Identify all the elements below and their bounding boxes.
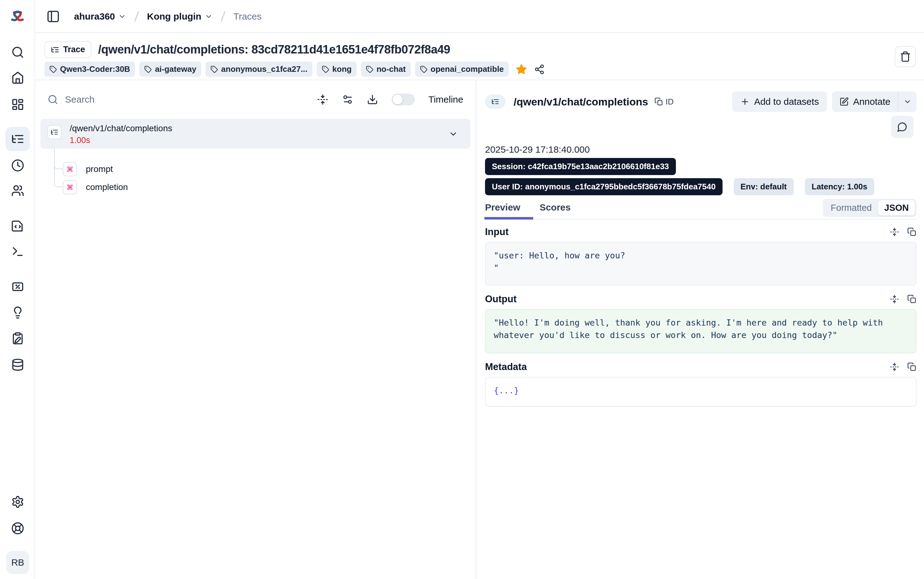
sidebar-item-support[interactable] [9,519,27,537]
breadcrumb-section[interactable]: Traces [233,11,262,22]
sidebar-item-tracing[interactable] [9,130,27,148]
tree-node-completion[interactable]: completion [63,178,128,196]
format-option-json[interactable]: JSON [878,200,915,216]
tag-chip[interactable]: openai_compatible [415,62,509,77]
search-icon [47,94,58,105]
database-icon [11,358,24,371]
trace-type-chip [485,95,506,109]
home-icon [11,71,24,84]
tree-root-latency: 1.00s [70,136,172,145]
copy-icon[interactable] [907,294,917,304]
delete-trace-button[interactable] [895,46,916,67]
metadata-section-title: Metadata [485,361,527,373]
search-icon [11,46,24,59]
sidebar-item-users[interactable] [9,182,27,200]
tag-chip[interactable]: Qwen3-Coder:30B [44,62,135,77]
sidebar-item-dashboards[interactable] [9,95,27,113]
annotate-split-button: Annotate [832,92,917,112]
tag-icon [366,65,374,73]
add-to-datasets-button[interactable]: Add to datasets [732,92,827,112]
collapse-section-button[interactable] [890,362,899,371]
share-button[interactable] [534,64,545,75]
event-pinwheel-icon [63,180,77,195]
tree-root-node[interactable]: /qwen/v1/chat/completions 1.00s [41,119,470,149]
project-name: Kong plugin [147,11,201,22]
tree-search[interactable]: Search [47,94,317,105]
top-bar: ahura360 Kong plugin Traces [0,0,924,33]
sidebar-item-search[interactable] [9,43,27,61]
latency-badge: Latency: 1.00s [805,178,874,195]
gear-icon [11,496,24,509]
tree-node-prompt[interactable]: prompt [63,160,113,178]
tag-icon [322,65,329,73]
event-pinwheel-icon [63,162,77,176]
metadata-content[interactable]: {...} [485,377,917,407]
annotate-button[interactable]: Annotate [832,92,898,112]
view-settings-button[interactable] [342,94,353,105]
tag-icon [420,65,428,73]
timeline-toggle[interactable] [392,93,415,105]
side-rail: RB [0,0,35,579]
terminal-icon [11,245,24,258]
sidebar-item-evaluations[interactable] [9,278,27,296]
download-button[interactable] [367,94,378,105]
sidebar-item-insights[interactable] [9,304,27,322]
format-option-formatted[interactable]: Formatted [824,200,878,216]
comments-button[interactable] [891,116,913,138]
breadcrumb-project[interactable]: Kong plugin [147,11,213,22]
trace-tree: /qwen/v1/chat/completions 1.00s prompt [41,119,470,149]
session-badge[interactable]: Session: c42fca19b75e13aac2b2106610f81e3… [485,158,676,175]
chevron-down-icon [903,98,912,106]
clipboard-pen-icon [11,332,24,345]
sidebar-item-settings[interactable] [9,493,27,511]
input-section-title: Input [485,226,509,237]
app-logo[interactable] [9,9,26,24]
id-label: ID [666,97,674,107]
tag-icon [211,65,218,73]
trace-node-icon [47,125,62,139]
tag-chip[interactable]: ai-gateway [139,62,201,77]
tab-scores[interactable]: Scores [539,202,572,219]
breadcrumb-workspace[interactable]: ahura360 [74,11,126,22]
share-icon [534,64,545,75]
tag-label: Qwen3-Coder:30B [60,64,130,74]
detail-tabs: Preview Scores Formatted JSON [485,200,917,219]
tree-connector [54,149,63,187]
sidebar-item-prompts[interactable] [9,217,27,235]
sidebar-item-sessions[interactable] [9,156,27,175]
sidebar-item-datasets[interactable] [9,356,27,374]
tag-chip[interactable]: kong [317,62,357,77]
tab-preview[interactable]: Preview [485,202,522,219]
tag-label: openai_compatible [431,64,504,74]
add-to-datasets-label: Add to datasets [754,96,819,107]
clock-icon [11,159,24,172]
plus-icon [740,97,749,106]
bookmark-star-button[interactable] [516,64,527,75]
trace-timestamp: 2025-10-29 17:18:40.000 [485,144,917,155]
copy-id-button[interactable]: ID [655,97,674,107]
collapse-section-button[interactable] [890,227,899,237]
chevron-down-icon[interactable] [449,129,458,139]
copy-icon[interactable] [907,227,917,237]
user-avatar[interactable]: RB [6,551,29,574]
workspace-name: ahura360 [74,11,115,22]
copy-icon[interactable] [907,362,917,371]
sidebar-item-home[interactable] [9,69,27,87]
sidebar-item-playground[interactable] [9,242,27,260]
annotate-menu-button[interactable] [898,92,917,112]
breadcrumb-separator [134,11,139,22]
output-content: "Hello! I'm doing well, thank you for as… [485,309,917,353]
tag-label: ai-gateway [155,64,196,74]
collapse-section-button[interactable] [890,294,899,304]
sidebar-toggle-button[interactable] [46,9,60,24]
sidebar-item-annotations[interactable] [9,329,27,347]
annotate-label: Annotate [853,96,890,107]
percent-card-icon [11,280,24,293]
input-content: "user: Hello, how are you? " [485,242,917,285]
tag-chip[interactable]: anonymous_c1fca27... [206,62,312,77]
collapse-all-button[interactable] [317,94,328,105]
dashboards-icon [11,98,24,111]
tag-chip[interactable]: no-chat [361,62,411,77]
user-id-badge[interactable]: User ID: anonymous_c1fca2795bbedc5f36678… [485,178,723,195]
trace-tree-panel: Search Timeline /qwen/v1/chat/completion… [35,80,476,579]
